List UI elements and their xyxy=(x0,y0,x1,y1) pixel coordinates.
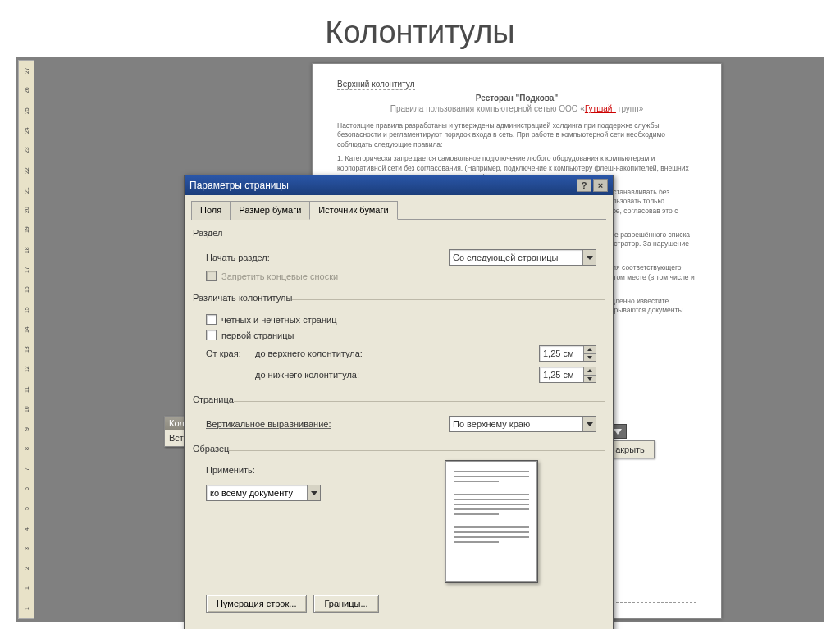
preview-thumbnail xyxy=(445,460,538,583)
apply-to-dropdown[interactable]: ко всему документу xyxy=(206,485,321,501)
dialog-titlebar[interactable]: Параметры страницы ? × xyxy=(185,175,613,195)
tab-paper-source[interactable]: Источник бумаги xyxy=(309,201,397,220)
chevron-down-icon[interactable] xyxy=(307,485,320,500)
dialog-title-text: Параметры страницы xyxy=(189,180,289,191)
dialog-footer: По умолчанию... ОК Отмена xyxy=(191,624,606,629)
odd-even-checkbox[interactable] xyxy=(206,314,217,325)
chevron-down-icon[interactable] xyxy=(582,417,596,431)
valign-dropdown[interactable]: По верхнему краю xyxy=(449,416,596,432)
spin-down-icon[interactable] xyxy=(584,354,596,362)
section-group: Раздел Начать раздел: Со следующей стран… xyxy=(193,228,605,281)
footer-distance-spinner[interactable]: 1,25 см xyxy=(539,367,596,383)
doc-subtitle-link: Гутшайт xyxy=(585,104,616,113)
headers-group-label: Различать колонтитулы xyxy=(193,293,292,303)
to-header-label: до верхнего колонтитула: xyxy=(255,349,363,358)
chevron-down-icon[interactable] xyxy=(582,250,596,265)
spin-up-icon[interactable] xyxy=(584,367,596,376)
first-page-checkbox[interactable] xyxy=(206,330,217,340)
from-edge-label: От края: xyxy=(206,349,255,358)
sample-group: Образец Применить: ко всему документу xyxy=(193,444,605,613)
borders-button[interactable]: Границы... xyxy=(313,595,378,613)
tab-margins[interactable]: Поля xyxy=(191,201,231,220)
odd-even-label: четных и нечетных страниц xyxy=(221,315,336,325)
workspace: 1123456789101112131415161718192021222324… xyxy=(16,57,824,622)
spin-down-icon[interactable] xyxy=(584,376,596,383)
tab-strip: Поля Размер бумаги Источник бумаги xyxy=(191,200,606,220)
header-label[interactable]: Верхний колонтитул xyxy=(337,80,415,90)
spin-up-icon[interactable] xyxy=(584,346,596,354)
suppress-endnotes-checkbox xyxy=(206,271,217,281)
sample-group-label: Образец xyxy=(193,444,229,454)
section-group-label: Раздел xyxy=(193,228,222,238)
vertical-ruler: 1123456789101112131415161718192021222324… xyxy=(18,60,34,619)
page-setup-dialog: Параметры страницы ? × Поля Размер бумаг… xyxy=(184,175,614,629)
line-numbers-button[interactable]: Нумерация строк... xyxy=(206,595,307,613)
tab-paper-size[interactable]: Размер бумаги xyxy=(230,201,310,220)
slide-title: Колонтитулы xyxy=(0,0,840,57)
help-button[interactable]: ? xyxy=(577,179,591,192)
to-footer-label: до нижнего колонтитула: xyxy=(255,370,359,380)
close-button[interactable]: × xyxy=(593,179,608,192)
section-start-dropdown[interactable]: Со следующей страницы xyxy=(449,249,596,266)
suppress-endnotes-label: Запретить концевые сноски xyxy=(221,271,338,281)
doc-heading: Ресторан "Подкова" xyxy=(337,93,696,103)
page-group-label: Страница xyxy=(193,394,234,404)
first-page-label: первой страницы xyxy=(221,330,294,340)
page-group: Страница Вертикальное выравнивание: По в… xyxy=(193,394,605,432)
section-start-label: Начать раздел: xyxy=(206,253,270,262)
doc-subtitle: Правила пользования компьютерной сетью О… xyxy=(337,104,696,113)
header-distance-spinner[interactable]: 1,25 см xyxy=(539,345,596,362)
headers-group: Различать колонтитулы четных и нечетных … xyxy=(193,293,605,383)
valign-label: Вертикальное выравнивание: xyxy=(206,419,331,429)
apply-to-label: Применить: xyxy=(206,465,255,475)
